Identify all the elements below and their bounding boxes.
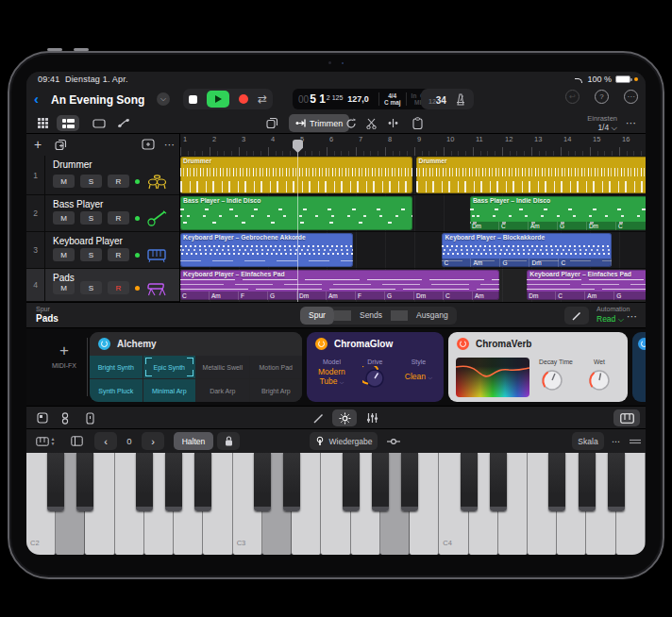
octave-up-button[interactable]: › — [142, 432, 164, 450]
track-header-bass-player[interactable]: 2Bass PlayerMSR — [26, 195, 179, 232]
piano-black-key[interactable] — [372, 453, 389, 511]
track-header-more-icon[interactable]: ⋯ — [164, 139, 176, 151]
piano-black-key[interactable] — [490, 453, 507, 511]
tab-spur[interactable]: Spur — [300, 307, 334, 325]
piano-black-key[interactable] — [608, 453, 625, 511]
solo-button[interactable]: S — [80, 175, 102, 188]
chromaglow-model-control[interactable]: Model Modern Tube ⌵ — [318, 358, 345, 391]
record-button[interactable] — [239, 94, 248, 104]
region[interactable]: Keyboard Player – Einfaches PadCAmFGDmAm… — [180, 270, 499, 300]
solo-button[interactable]: S — [80, 211, 102, 225]
chromaverb-power-icon[interactable] — [457, 338, 469, 350]
alchemy-preset-minimal-arp[interactable]: Minimal Arp — [143, 379, 196, 402]
keyboard-more-icon[interactable]: ⋯ — [608, 432, 625, 450]
onscreen-piano-keyboard[interactable]: C2C3C4 — [26, 453, 646, 555]
song-menu-chevron-icon[interactable]: ⌵ — [157, 92, 170, 106]
chromaglow-plugin-card[interactable]: ChromaGlow Model Modern Tube ⌵ Drive — [307, 332, 444, 402]
details-icon[interactable] — [81, 409, 98, 426]
add-region-icon[interactable] — [142, 139, 155, 150]
alchemy-preset-metallic-swell[interactable]: Metallic Swell — [196, 356, 249, 378]
tracks-view-icon[interactable] — [57, 115, 79, 131]
piano-black-key[interactable] — [76, 453, 93, 511]
marquee-tool-icon[interactable] — [89, 115, 109, 131]
record-button[interactable]: R — [108, 281, 129, 294]
count-in-button[interactable]: 1234 — [428, 91, 446, 108]
cycle-icon[interactable]: ⇄ — [258, 93, 267, 105]
track-header-keyboard-player[interactable]: 3Keyboard PlayerMSR — [26, 232, 179, 269]
piano-black-key[interactable] — [194, 453, 211, 511]
solo-button[interactable]: S — [80, 281, 102, 294]
split-scissors-icon[interactable] — [362, 115, 381, 131]
piano-black-key[interactable] — [165, 453, 182, 511]
automation-mode[interactable]: Automation Read ⌵ — [596, 306, 630, 324]
alchemy-preset-bright-arp[interactable]: Bright Arp — [250, 379, 303, 402]
piano-black-key[interactable] — [254, 453, 271, 511]
keyboard-toggle-icon[interactable] — [613, 409, 640, 426]
region[interactable]: Drummer — [416, 157, 646, 193]
region[interactable]: Bass Player – Indie DiscoDmCAmGDmC — [470, 196, 646, 230]
lock-icon[interactable] — [217, 432, 240, 450]
piano-black-key[interactable] — [343, 453, 360, 511]
record-button[interactable]: R — [108, 211, 129, 225]
stop-button[interactable] — [189, 95, 197, 104]
mute-button[interactable]: M — [53, 175, 75, 188]
mute-button[interactable]: M — [53, 248, 75, 261]
drag-handle-icon[interactable] — [627, 432, 644, 450]
bar-ruler[interactable]: 1234567891011121314151617 — [179, 134, 646, 156]
chromaverb-decay-knob[interactable]: Decay Time — [539, 359, 573, 393]
keyboard-type-selector[interactable]: ▲▼ — [32, 432, 59, 450]
track-header-pads[interactable]: 4PadsMSR — [26, 269, 179, 302]
help-icon[interactable]: ? — [595, 90, 609, 104]
tab-ausgang[interactable]: Ausgang — [408, 307, 457, 325]
song-title[interactable]: An Evening Song — [51, 93, 144, 107]
alchemy-preset-synth-pluck[interactable]: Synth Pluck — [90, 379, 143, 402]
mod-strip-icon[interactable] — [383, 432, 404, 450]
chromaglow-style-control[interactable]: Style Clean ⌵ — [405, 358, 432, 391]
region[interactable]: Keyboard Player – BlockakkordeCAmGDmC — [442, 233, 612, 267]
play-button[interactable] — [207, 91, 229, 108]
velocity-brightness-icon[interactable] — [332, 409, 357, 426]
alchemy-preset-motion-pad[interactable]: Motion Pad — [250, 356, 303, 378]
next-plugin-card-partial[interactable]: C — [632, 332, 646, 402]
cells-view-icon[interactable] — [34, 115, 51, 131]
mute-button[interactable]: M — [53, 281, 75, 294]
lcd-display[interactable]: 00 5 1 2 125 127,0 4/4C maj In Out MIDI — [293, 89, 436, 109]
alchemy-plugin-card[interactable]: Alchemy Bright SynthEpic SynthMetallic S… — [90, 332, 302, 402]
alchemy-preset-epic-synth[interactable]: Epic Synth — [143, 356, 196, 378]
chromaglow-power-icon[interactable] — [315, 338, 328, 350]
piano-black-key[interactable] — [548, 453, 565, 511]
arrange-lanes[interactable]: DrummerDrummerBass Player – Indie DiscoB… — [179, 156, 646, 302]
alchemy-power-icon[interactable] — [98, 338, 110, 350]
piano-black-key[interactable] — [283, 453, 300, 511]
inspector-more-icon[interactable]: ⋯ — [627, 310, 638, 323]
levels-icon[interactable] — [362, 409, 381, 426]
toolbar-more-icon[interactable]: ⋯ — [623, 115, 640, 131]
play-surface-mode-button[interactable]: Wiedergabe — [310, 432, 378, 450]
piano-black-key[interactable] — [579, 453, 596, 511]
duplicate-track-icon[interactable] — [55, 139, 67, 151]
back-chevron-icon[interactable]: ‹ — [34, 91, 39, 107]
octave-down-button[interactable]: ‹ — [94, 432, 117, 450]
sidepanel-icon[interactable] — [66, 432, 87, 450]
scale-button[interactable]: Skala — [572, 432, 604, 450]
piano-black-key[interactable] — [401, 453, 418, 511]
plugins-icon[interactable] — [57, 409, 74, 426]
more-options-icon[interactable]: ⋯ — [624, 90, 638, 104]
piano-black-key[interactable] — [136, 453, 153, 511]
midi-fx-slot[interactable]: + MIDI-FX — [43, 342, 85, 369]
alchemy-preset-dark-arp[interactable]: Dark Arp — [196, 379, 249, 402]
tab-sends[interactable]: Sends — [351, 307, 391, 325]
paste-clipboard-icon[interactable] — [408, 115, 427, 131]
piano-black-key[interactable] — [47, 453, 64, 511]
hold-button[interactable]: Halten — [174, 432, 213, 450]
browser-icon[interactable] — [34, 409, 51, 426]
add-track-button[interactable]: + — [34, 137, 42, 152]
alchemy-preset-bright-synth[interactable]: Bright Synth — [90, 356, 143, 378]
copy-icon[interactable] — [262, 115, 281, 131]
record-button[interactable]: R — [108, 248, 129, 261]
mute-button[interactable]: M — [53, 211, 75, 225]
snap-setting[interactable]: Einrasten 1/4 ⌵ — [587, 114, 617, 132]
solo-button[interactable]: S — [80, 248, 102, 261]
chromaverb-plugin-card[interactable]: ChromaVerb Decay Time — [448, 332, 628, 402]
piano-black-key[interactable] — [461, 453, 478, 511]
